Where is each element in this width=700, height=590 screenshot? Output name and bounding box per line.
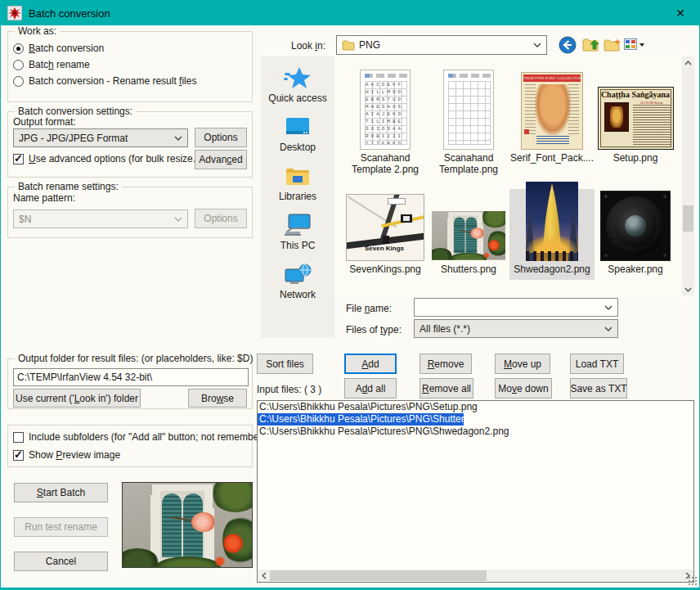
radio-batch-conversion[interactable]: Batch conversion: [13, 43, 104, 54]
file-name-label: File name:: [346, 303, 392, 314]
files-of-type-value: All files (*.*): [420, 323, 470, 335]
checkbox-label: Include subfolders (for "Add all" button…: [29, 431, 276, 443]
work-as-legend: Work as:: [15, 25, 60, 37]
chevron-down-icon: [604, 327, 612, 331]
button-label: Save as TXT: [570, 383, 626, 394]
file-tile[interactable]: Seven Kings SevenKings.png: [343, 189, 428, 275]
button-label: Advanced: [199, 154, 242, 165]
thumbnail-image: [432, 211, 505, 261]
thumbnail-image: AACDEFFHILLMOOEBRSTUDMHESAASAIAJEKOTILIM…: [360, 70, 411, 150]
output-format-combobox[interactable]: JPG - JPG/JPEG Format: [13, 128, 188, 147]
place-label: Quick access: [261, 92, 334, 104]
file-label: Serif_Font_Pack....: [509, 152, 595, 164]
scrollbar-thumb[interactable]: [683, 205, 693, 232]
thumbnail-image: Chaṭṭha Saṅgāyana CD-ROM Setup: [598, 87, 674, 150]
close-button[interactable]: ✕: [662, 1, 699, 25]
move-down-button[interactable]: Move down: [495, 378, 552, 399]
button-label: Remove: [428, 358, 464, 370]
folder-icon: [342, 40, 355, 51]
radio-batch-conversion-rename[interactable]: Batch conversion - Rename result files: [13, 75, 196, 87]
look-in-value: PNG: [359, 39, 380, 51]
show-preview-checkbox[interactable]: Show Preview image: [13, 449, 120, 461]
input-files-list[interactable]: C:\Users\Bhikkhu Pesala\Pictures\PNG\Set…: [257, 400, 694, 583]
start-batch-button[interactable]: Start Batch: [14, 483, 108, 502]
place-desktop[interactable]: Desktop: [261, 114, 334, 153]
checkbox-box: [13, 432, 24, 443]
input-file-row[interactable]: C:\Users\Bhikkhu Pesala\Pictures\PNG\Set…: [258, 401, 693, 413]
browse-button[interactable]: Browse: [188, 389, 247, 408]
advanced-button[interactable]: Advanced: [195, 150, 247, 169]
files-of-type-combobox[interactable]: All files (*.*): [414, 319, 618, 338]
resize-grip[interactable]: [688, 576, 698, 586]
work-as-group: Work as: Batch conversion Batch rename B…: [7, 31, 253, 102]
output-folder-input[interactable]: C:\TEMP\IrfanView 4.54 32-bit\: [13, 368, 249, 386]
scroll-down-icon[interactable]: [682, 283, 694, 295]
place-network[interactable]: Network: [261, 261, 334, 300]
new-folder-button[interactable]: [604, 38, 621, 52]
up-folder-button[interactable]: [582, 38, 599, 52]
file-tile[interactable]: TRUETYPE FONT COLLECTION Serif_Font_Pack…: [509, 65, 595, 164]
format-options-button[interactable]: Options: [195, 128, 247, 147]
title-bar[interactable]: Batch conversion ✕: [1, 1, 699, 25]
back-button[interactable]: [559, 36, 577, 54]
place-this-pc[interactable]: This PC: [261, 212, 334, 251]
file-tile[interactable]: Speaker.png: [593, 189, 678, 275]
use-current-folder-button[interactable]: Use current ('Look in') folder: [13, 389, 141, 408]
input-file-row[interactable]: C:\Users\Bhikkhu Pesala\Pictures\PNG\Shw…: [258, 426, 693, 438]
file-tile[interactable]: AACDEFFHILLMOOEBRSTUDMHESAASAIAJEKOTILIM…: [343, 65, 428, 175]
add-button[interactable]: Add: [344, 354, 397, 374]
button-label: Move down: [498, 383, 548, 394]
batch-conversion-dialog: Batch conversion ✕ Work as: Batch conver…: [0, 0, 700, 590]
look-in-label: Look in:: [291, 40, 325, 52]
scroll-left-icon[interactable]: [258, 570, 270, 582]
file-tile[interactable]: Shwedagon2.png: [509, 189, 595, 280]
run-test-rename-button: Run test rename: [14, 517, 108, 537]
place-label: Desktop: [261, 142, 334, 153]
load-txt-button[interactable]: Load TXT: [570, 354, 624, 374]
file-name-combobox[interactable]: [414, 298, 618, 317]
scrollbar-thumb[interactable]: [270, 570, 487, 581]
button-label: Use current ('Look in') folder: [16, 393, 138, 404]
place-libraries[interactable]: Libraries: [261, 163, 334, 202]
chevron-down-icon: [604, 305, 612, 310]
file-tile[interactable]: Scanahand Template.png: [426, 65, 511, 175]
include-subfolders-checkbox[interactable]: Include subfolders (for "Add all" button…: [13, 431, 276, 443]
place-quick-access[interactable]: Quick access: [261, 65, 334, 104]
button-label: Add: [361, 358, 379, 370]
network-icon: [261, 261, 334, 287]
add-all-button[interactable]: Add all: [344, 378, 397, 399]
output-format-value: JPG - JPG/JPEG Format: [19, 133, 128, 144]
view-menu-button[interactable]: [624, 38, 645, 51]
save-as-txt-button[interactable]: Save as TXT: [570, 378, 627, 399]
cancel-button[interactable]: Cancel: [14, 552, 108, 571]
scroll-up-icon[interactable]: [682, 56, 694, 69]
sort-files-button[interactable]: Sort files: [257, 354, 313, 374]
thumbnail-image: TRUETYPE FONT COLLECTION: [521, 72, 583, 150]
radio-dot: [13, 60, 24, 70]
radio-label: Batch rename: [29, 59, 90, 70]
remove-all-button[interactable]: Remove all: [420, 378, 473, 399]
input-files-horizontal-scrollbar[interactable]: [258, 570, 693, 582]
radio-dot: [13, 76, 24, 87]
radio-batch-rename[interactable]: Batch rename: [13, 59, 90, 70]
advanced-options-checkbox[interactable]: Use advanced options (for bulk resize...…: [13, 153, 204, 164]
rename-options-button: Options: [195, 209, 247, 228]
thumbnail-image: [600, 191, 671, 261]
file-label: Scanahand Template 2.png: [343, 152, 428, 175]
radio-label: Batch conversion - Rename result files: [29, 75, 196, 87]
file-label: Shwedagon2.png: [509, 263, 595, 275]
preview-image: [122, 482, 253, 568]
checkbox-box: [13, 450, 24, 461]
quick-access-icon: [261, 65, 334, 91]
file-tile[interactable]: Shutters.png: [426, 189, 511, 275]
button-label: Run test rename: [25, 521, 97, 533]
chevron-down-icon: [174, 136, 182, 141]
output-folder-legend: Output folder for result files: (or plac…: [15, 353, 256, 364]
file-tile[interactable]: Chaṭṭha Saṅgāyana CD-ROM Setup Setup.png: [593, 65, 678, 164]
thumbnails-scrollbar[interactable]: [682, 56, 694, 295]
remove-button[interactable]: Remove: [420, 354, 472, 374]
libraries-icon: [261, 163, 334, 189]
look-in-combobox[interactable]: PNG: [336, 35, 547, 55]
move-up-button[interactable]: Move up: [495, 354, 550, 374]
input-file-row[interactable]: C:\Users\Bhikkhu Pesala\Pictures\PNG\Shu…: [258, 413, 464, 426]
